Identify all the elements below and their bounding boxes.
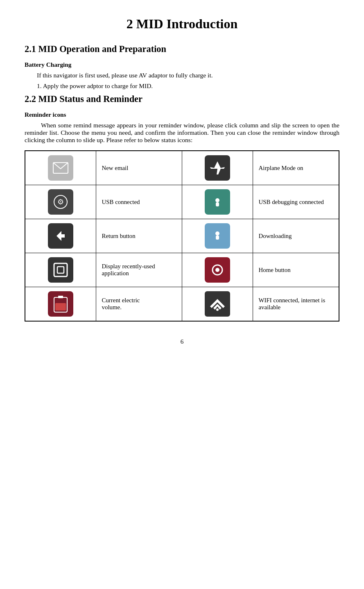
label-wifi-icon: WIFI connected, internet isavailable (253, 287, 339, 321)
svg-rect-9 (216, 236, 219, 240)
section1-text2: 1. Apply the power adptor to charge for … (37, 82, 339, 90)
label-recent-apps-icon: Display recently-usedapplication (96, 253, 182, 287)
recent-apps-icon (25, 253, 96, 287)
wifi-icon (182, 287, 253, 321)
svg-rect-11 (57, 267, 64, 273)
svg-rect-17 (55, 303, 66, 310)
label-download-icon: Downloading (253, 219, 339, 253)
label-usb-debug-icon: USB debugging connected (253, 185, 339, 219)
email-icon (25, 151, 96, 185)
label-home-icon: Home button (253, 253, 339, 287)
airplane-icon (182, 151, 253, 185)
download-icon (182, 219, 253, 253)
section2-heading: 2.2 MID Status and Reminder (25, 94, 339, 104)
section1-heading: 2.1 MID Operation and Preparation (25, 44, 339, 54)
svg-point-14 (215, 268, 219, 272)
reminder-icons-description: When some remind message appears in your… (25, 122, 339, 144)
svg-point-8 (215, 231, 219, 236)
svg-point-21 (216, 308, 219, 311)
label-airplane-icon: Airplane Mode on (253, 151, 339, 185)
page-title: 2 MID Introduction (25, 16, 339, 32)
section1-text1: If this navigator is first used, please … (37, 72, 339, 79)
battery-charging-label: Battery Charging (25, 61, 339, 68)
svg-marker-6 (57, 231, 65, 241)
status-icons-table: New email Airplane Mode on ⚙ USB connect… (25, 150, 339, 322)
usb-debug-icon (182, 185, 253, 219)
label-return-icon: Return button (96, 219, 182, 253)
svg-rect-10 (54, 263, 67, 276)
label-usb-icon: USB connected (96, 185, 182, 219)
svg-text:⚙: ⚙ (57, 198, 64, 206)
reminder-icons-label: Reminder icons (25, 111, 339, 118)
battery-icon (25, 287, 96, 321)
page-number: 6 (25, 338, 339, 345)
return-icon (25, 219, 96, 253)
home-icon (182, 253, 253, 287)
label-email-icon: New email (96, 151, 182, 185)
svg-point-4 (215, 198, 219, 202)
label-battery-icon: Current electricvolume. (96, 287, 182, 321)
usb-icon: ⚙ (25, 185, 96, 219)
svg-rect-5 (216, 202, 219, 206)
svg-rect-16 (58, 296, 63, 298)
